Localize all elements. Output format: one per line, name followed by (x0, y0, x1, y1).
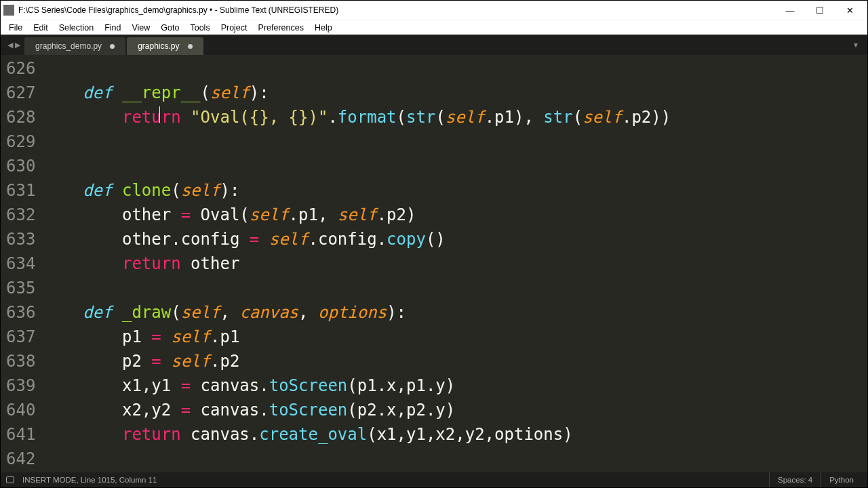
menu-item-find[interactable]: Find (99, 20, 126, 35)
line-number-gutter: 6266276286296306316326336346356366376386… (1, 55, 43, 472)
tab-nav-arrows[interactable]: ◀ ▶ (3, 41, 24, 49)
menu-item-project[interactable]: Project (216, 20, 253, 35)
line-number: 639 (6, 373, 35, 398)
code-line[interactable]: other.config = self.config.copy() (43, 227, 867, 251)
code-line[interactable]: p2 = self.p2 (43, 349, 867, 373)
code-content[interactable]: def __repr__(self): return "Oval({}, {})… (43, 55, 867, 472)
status-mode: INSERT MODE, Line 1015, Column 11 (22, 476, 157, 484)
line-number: 630 (6, 154, 35, 178)
window-title: F:\CS Series\Code Files\graphics_demo\gr… (18, 5, 775, 15)
line-number: 635 (6, 276, 35, 300)
menu-bar: FileEditSelectionFindViewGotoToolsProjec… (1, 20, 867, 35)
code-line[interactable]: def _draw(self, canvas, options): (43, 300, 867, 325)
menu-item-help[interactable]: Help (309, 20, 338, 35)
code-line[interactable]: class Circle(Oval): (43, 471, 867, 472)
line-number: 634 (6, 251, 35, 276)
code-line[interactable]: x2,y2 = canvas.toScreen(p2.x,p2.y) (43, 398, 867, 422)
code-line[interactable]: return "Oval({}, {})".format(str(self.p1… (43, 105, 867, 129)
line-number: 631 (6, 178, 35, 203)
line-number: 638 (6, 349, 35, 373)
tab-graphics-py[interactable]: graphics.py (127, 37, 203, 55)
line-number: 633 (6, 227, 35, 251)
status-bar: INSERT MODE, Line 1015, Column 11 Spaces… (1, 472, 867, 487)
editor[interactable]: 6266276286296306316326336346356366376386… (1, 55, 867, 472)
line-number: 637 (6, 325, 35, 349)
tab-bar: ◀ ▶ graphics_demo.pygraphics.py ▼ (1, 35, 867, 55)
line-number: 626 (6, 56, 35, 81)
line-number: 643 (6, 471, 35, 472)
menu-item-view[interactable]: View (126, 20, 155, 35)
text-cursor (159, 106, 160, 123)
line-number: 641 (6, 422, 35, 447)
line-number: 629 (6, 129, 35, 154)
window-controls: — ☐ ✕ (775, 1, 865, 20)
menu-item-selection[interactable]: Selection (54, 20, 99, 35)
line-number: 627 (6, 81, 35, 105)
code-line[interactable]: def __repr__(self): (43, 81, 867, 105)
code-line[interactable] (43, 276, 867, 300)
tab-label: graphics.py (138, 41, 179, 51)
line-number: 632 (6, 203, 35, 227)
code-line[interactable]: x1,y1 = canvas.toScreen(p1.x,p1.y) (43, 373, 867, 398)
menu-item-edit[interactable]: Edit (28, 20, 54, 35)
menu-item-goto[interactable]: Goto (155, 20, 184, 35)
minimize-button[interactable]: — (775, 1, 805, 20)
code-line[interactable] (43, 56, 867, 81)
maximize-button[interactable]: ☐ (805, 1, 835, 20)
code-line[interactable]: def clone(self): (43, 178, 867, 203)
menu-item-file[interactable]: File (3, 20, 28, 35)
close-button[interactable]: ✕ (835, 1, 865, 20)
code-line[interactable]: return other (43, 251, 867, 276)
menu-item-tools[interactable]: Tools (184, 20, 215, 35)
line-number: 640 (6, 398, 35, 422)
code-line[interactable]: other = Oval(self.p1, self.p2) (43, 203, 867, 227)
code-line[interactable]: return canvas.create_oval(x1,y1,x2,y2,op… (43, 422, 867, 447)
line-number: 636 (6, 300, 35, 325)
modified-indicator-icon (188, 44, 193, 49)
code-line[interactable]: p1 = self.p1 (43, 325, 867, 349)
status-syntax[interactable]: Python (821, 472, 862, 487)
tab-label: graphics_demo.py (35, 41, 102, 51)
code-line[interactable] (43, 447, 867, 471)
keyboard-icon (6, 476, 14, 483)
line-number: 628 (6, 105, 35, 129)
window-title-bar: F:\CS Series\Code Files\graphics_demo\gr… (1, 1, 867, 20)
tab-dropdown-icon[interactable]: ▼ (847, 41, 865, 49)
tab-graphics_demo-py[interactable]: graphics_demo.py (24, 37, 125, 55)
app-icon (3, 5, 14, 16)
code-line[interactable] (43, 129, 867, 154)
status-indent[interactable]: Spaces: 4 (769, 472, 821, 487)
menu-item-preferences[interactable]: Preferences (253, 20, 309, 35)
line-number: 642 (6, 447, 35, 471)
modified-indicator-icon (110, 44, 115, 49)
code-line[interactable] (43, 154, 867, 178)
